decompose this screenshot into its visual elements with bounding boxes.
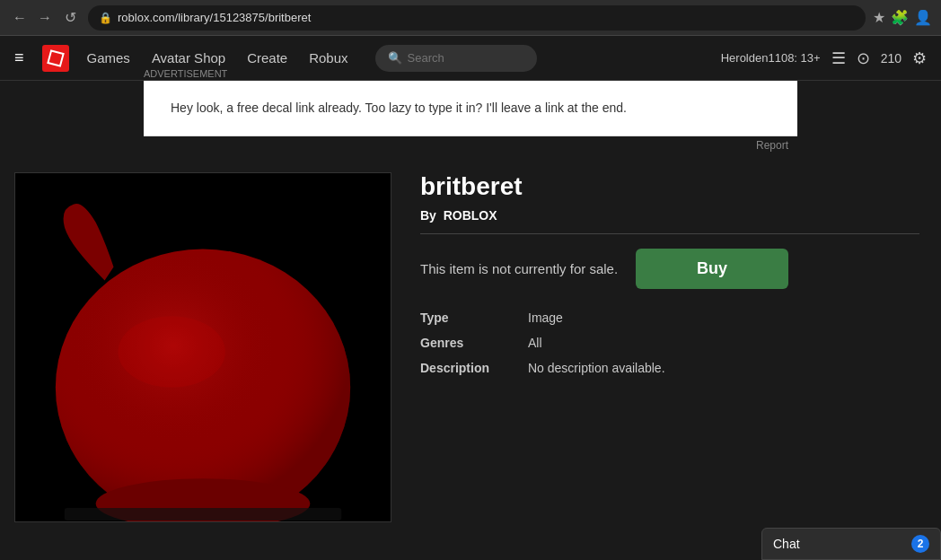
type-value: Image [528, 311, 919, 325]
nav-games[interactable]: Games [87, 50, 130, 66]
notifications-icon[interactable]: ⊙ [857, 48, 870, 68]
message-banner: ADVERTISEMENT Hey look, a free decal lin… [144, 81, 797, 136]
robux-amount: 210 [881, 51, 901, 66]
report-link[interactable]: Report [756, 137, 788, 153]
address-bar[interactable]: 🔒 roblox.com/library/15123875/britberet [88, 5, 866, 31]
item-creator: By ROBLOX [420, 208, 919, 223]
bookmark-icon[interactable]: ★ [873, 9, 885, 26]
type-label: Type [420, 311, 528, 325]
description-value: No description available. [528, 361, 919, 375]
item-title: britberet [420, 172, 919, 201]
profile-icon[interactable]: 👤 [914, 9, 932, 26]
chat-widget[interactable]: Chat 2 [761, 528, 941, 560]
chat-label: Chat [773, 537, 800, 551]
genres-value: All [528, 336, 919, 350]
item-details: britberet By ROBLOX This item is not cur… [413, 172, 927, 522]
item-image-container [14, 172, 391, 522]
forward-button[interactable]: → [34, 7, 56, 29]
browser-chrome: ← → ↺ 🔒 roblox.com/library/15123875/brit… [0, 0, 941, 36]
search-input[interactable] [408, 51, 524, 65]
item-image-svg [15, 173, 391, 521]
search-bar[interactable]: 🔍 [375, 45, 537, 72]
hamburger-menu-icon[interactable]: ≡ [14, 48, 24, 67]
purchase-row: This item is not currently for sale. Buy [420, 249, 919, 289]
lock-icon: 🔒 [99, 12, 112, 24]
description-label: Description [420, 361, 528, 375]
banner-message: Hey look, a free decal link already. Too… [171, 99, 770, 118]
search-icon: 🔍 [388, 51, 402, 65]
browser-nav-buttons: ← → ↺ [9, 7, 81, 29]
back-button[interactable]: ← [9, 7, 31, 29]
nav-links: Games Avatar Shop Create Robux [87, 50, 348, 66]
extensions-icon[interactable]: 🧩 [891, 9, 909, 26]
nav-avatar-shop[interactable]: Avatar Shop [152, 50, 225, 66]
item-image-bg [15, 173, 391, 521]
refresh-button[interactable]: ↺ [59, 7, 81, 29]
user-info-label: Herolden1108: 13+ [721, 51, 821, 65]
buy-button[interactable]: Buy [636, 249, 788, 289]
creator-name[interactable]: ROBLOX [444, 208, 497, 223]
settings-icon[interactable]: ⚙ [912, 48, 927, 68]
roblox-logo[interactable] [42, 45, 69, 72]
url-text: roblox.com/library/15123875/britberet [118, 11, 855, 24]
svg-rect-8 [65, 508, 341, 521]
roblox-navbar: ≡ Games Avatar Shop Create Robux 🔍 Herol… [0, 36, 941, 81]
svg-point-6 [118, 316, 224, 388]
genres-label: Genres [420, 336, 528, 350]
nav-right: Herolden1108: 13+ ☰ ⊙ 210 ⚙ [721, 48, 927, 68]
ad-label: ADVERTISEMENT [144, 66, 227, 82]
divider [420, 233, 919, 234]
item-section: britberet By ROBLOX This item is not cur… [0, 158, 941, 537]
nav-robux[interactable]: Robux [309, 50, 347, 66]
nav-create[interactable]: Create [247, 50, 287, 66]
main-content: ADVERTISEMENT Hey look, a free decal lin… [0, 81, 941, 537]
browser-toolbar-right: ★ 🧩 👤 [873, 9, 932, 26]
chat-badge: 2 [911, 535, 929, 553]
sale-status: This item is not currently for sale. [420, 261, 618, 276]
chat-icon[interactable]: ☰ [831, 48, 846, 68]
item-meta: Type Image Genres All Description No des… [420, 311, 919, 375]
